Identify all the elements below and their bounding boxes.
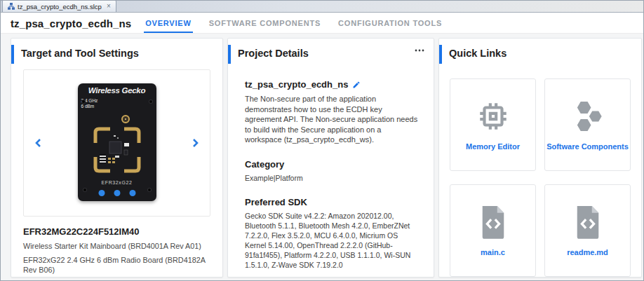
mainboard-description: Wireless Starter Kit Mainboard (BRD4001A… — [23, 241, 210, 251]
tab-overview[interactable]: OVERVIEW — [144, 13, 193, 33]
carousel-dot[interactable] — [98, 190, 105, 196]
board-circuit-graphic — [93, 127, 141, 176]
more-options-icon[interactable] — [415, 48, 424, 53]
code-file-icon — [478, 205, 508, 240]
quick-link-software-components[interactable]: Software Components — [544, 78, 631, 171]
antenna-connector-icon — [121, 115, 130, 123]
quick-link-readme-md[interactable]: readme.md — [544, 184, 631, 277]
header-tabs: OVERVIEW SOFTWARE COMPONENTS CONFIGURATI… — [144, 13, 443, 33]
quick-links-title: Quick Links — [449, 48, 507, 59]
card-accent-bar — [439, 45, 442, 64]
editor-tab[interactable]: tz_psa_crypto_ecdh_ns.slcp × — [2, 0, 116, 12]
tab-configuration-tools[interactable]: CONFIGURATION TOOLS — [337, 13, 443, 33]
chip-icon — [476, 99, 511, 134]
project-description: The Non-secure part of the application d… — [245, 94, 420, 145]
quick-link-main-c[interactable]: main.c — [450, 184, 536, 277]
category-value: Example|Platform — [245, 173, 420, 183]
quick-link-label: Software Components — [546, 142, 629, 151]
quick-link-label: main.c — [481, 248, 505, 256]
carousel-dot[interactable] — [114, 190, 120, 196]
screw-hole — [83, 189, 86, 191]
slcp-file-icon — [8, 3, 15, 10]
screw-hole — [82, 100, 85, 103]
screw-hole — [148, 189, 151, 191]
quick-link-label: readme.md — [567, 248, 608, 256]
carousel-prev-icon[interactable] — [33, 137, 44, 149]
quick-links-card: Quick Links Memory Editor — [438, 38, 642, 277]
carousel-next-icon[interactable] — [189, 137, 201, 149]
target-part-number: EFR32MG22C224F512IM40 — [23, 226, 210, 237]
page-title: tz_psa_crypto_ecdh_ns — [11, 18, 131, 29]
project-name: tz_psa_crypto_ecdh_ns — [245, 79, 348, 90]
editor-tab-strip: tz_psa_crypto_ecdh_ns.slcp × — [1, 1, 643, 13]
edit-project-name-icon[interactable] — [352, 81, 361, 89]
category-heading: Category — [245, 159, 420, 170]
code-file-icon — [573, 205, 603, 240]
screw-hole — [149, 100, 152, 103]
quick-links-grid: Memory Editor Software Components — [450, 78, 631, 277]
card-accent-bar — [11, 45, 14, 64]
target-card-title: Target and Tool Settings — [21, 48, 139, 59]
preferred-sdk-heading: Preferred SDK — [245, 197, 420, 207]
app-window: tz_psa_crypto_ecdh_ns.slcp × tz_psa_cryp… — [0, 0, 644, 281]
carousel-dot[interactable] — [129, 190, 135, 196]
project-card-title: Project Details — [238, 48, 309, 59]
tab-software-components[interactable]: SOFTWARE COMPONENTS — [208, 13, 322, 33]
board-image-carousel: Wireless Gecko 2.4 GHz 6 dBm — [23, 69, 210, 217]
project-header: tz_psa_crypto_ecdh_ns OVERVIEW SOFTWARE … — [1, 13, 643, 34]
carousel-dots — [98, 190, 135, 196]
close-tab-icon[interactable]: × — [107, 3, 111, 10]
board-chip-label: EFR32xG22 — [78, 180, 156, 185]
quick-link-memory-editor[interactable]: Memory Editor — [450, 78, 536, 171]
hexagons-icon — [571, 99, 605, 134]
quick-link-label: Memory Editor — [466, 142, 520, 151]
preferred-sdk-value: Gecko SDK Suite v4.2.2: Amazon 202012.00… — [245, 211, 420, 270]
editor-tab-title: tz_psa_crypto_ecdh_ns.slcp — [18, 3, 102, 11]
card-accent-bar — [228, 45, 231, 64]
radio-board-image: Wireless Gecko 2.4 GHz 6 dBm — [78, 83, 156, 201]
board-brand-label: Wireless Gecko — [78, 86, 156, 95]
target-tool-settings-card: Target and Tool Settings Wireless Gecko … — [11, 38, 223, 277]
project-details-card: Project Details tz_psa_crypto_ecdh_ns Th… — [227, 38, 434, 277]
overview-content: Target and Tool Settings Wireless Gecko … — [1, 34, 643, 280]
radio-board-description: EFR32xG22 2.4 GHz 6 dBm Radio Board (BRD… — [23, 255, 210, 275]
